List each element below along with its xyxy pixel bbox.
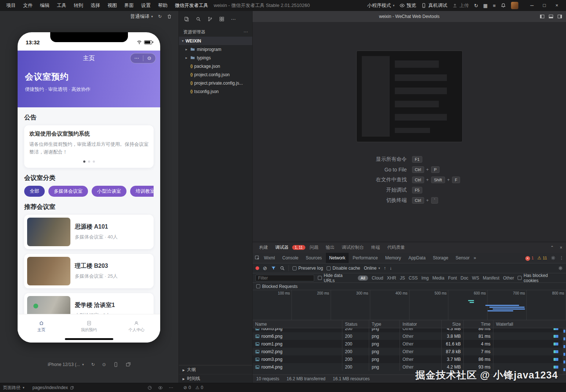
menu-select[interactable]: 选择	[87, 0, 103, 11]
network-request-row[interactable]: room2.png 200 png Other 87.8 kB 7 ms	[253, 348, 566, 355]
network-request-row[interactable]: room6.png 200 png Other 3.8 MB 81 ms	[253, 332, 566, 340]
preserve-log-checkbox[interactable]: Preserve log	[293, 266, 323, 271]
tab-sources[interactable]: Sources	[302, 253, 325, 263]
search-icon[interactable]	[280, 266, 285, 271]
more-icon[interactable]: ⋯	[131, 53, 143, 63]
menu-file[interactable]: 文件	[20, 0, 36, 11]
tab-code-quality[interactable]: 代码质量	[385, 242, 408, 253]
network-request-row[interactable]: room1.png 200 png Other 61.6 kB 4 ms	[253, 340, 566, 348]
column-waterfall[interactable]: Waterfall	[493, 320, 566, 328]
tree-item-project-private-config[interactable]: {} project.private.config.js...	[179, 79, 252, 87]
mode-select[interactable]: 小程序模式 ▾	[367, 2, 395, 9]
tree-item-tsconfig[interactable]: {} tsconfig.json	[179, 87, 252, 96]
filter-ws[interactable]: WS	[472, 275, 479, 281]
upload-button[interactable]: 上传	[452, 2, 469, 9]
export-har-icon[interactable]: ↓	[390, 266, 392, 271]
user-avatar[interactable]	[511, 2, 518, 9]
tab-terminal[interactable]: 终端	[368, 242, 383, 253]
sync-icon[interactable]: ↻	[474, 3, 478, 8]
tree-item-package-json[interactable]: {} package.json	[179, 62, 252, 70]
table-scrollbar[interactable]	[563, 328, 566, 374]
section-outline[interactable]: ▸ 大纲	[179, 365, 252, 374]
page-path-select[interactable]: 页面路径 ▾	[3, 385, 25, 391]
panel-right-icon[interactable]	[557, 14, 562, 19]
maximize-icon[interactable]: □	[538, 0, 551, 11]
tab-debug-console[interactable]: 调试控制台	[339, 242, 367, 253]
category-pill-training[interactable]: 培训教室	[130, 186, 154, 197]
has-blocked-cookies-checkbox[interactable]: Has blocked cookies	[518, 273, 563, 283]
category-pill-small[interactable]: 小型洽谈室	[92, 186, 126, 197]
minimize-icon[interactable]: ─	[526, 0, 538, 11]
section-timeline[interactable]: ▸ 时间线	[179, 374, 252, 383]
panel-left-icon[interactable]	[540, 14, 545, 19]
tab-storage[interactable]: Storage	[430, 253, 452, 263]
filter-media[interactable]: Media	[433, 275, 445, 281]
performance-gauge-icon[interactable]	[147, 385, 152, 390]
tab-profile[interactable]: 个人中心	[113, 314, 160, 343]
clear-icon[interactable]: ⊘	[263, 265, 267, 271]
problems-indicator[interactable]: ⊘ 0 ⚠ 0	[183, 385, 203, 390]
close-panel-icon[interactable]: ×	[560, 245, 562, 250]
category-pill-multimedia[interactable]: 多媒体会议室	[48, 186, 88, 197]
bell-icon[interactable]	[501, 3, 506, 8]
category-pill-all[interactable]: 全部	[24, 186, 45, 197]
tab-performance[interactable]: Performance	[349, 253, 381, 263]
close-icon[interactable]: ×	[551, 0, 563, 11]
git-branch-icon[interactable]	[207, 16, 213, 22]
compile-mode-select[interactable]: 普通编译 ▾	[130, 13, 153, 20]
inspect-icon[interactable]	[255, 255, 260, 260]
network-settings-gear-icon[interactable]	[558, 266, 563, 271]
filter-img[interactable]: Img	[422, 275, 429, 281]
filter-font[interactable]: Font	[448, 275, 457, 281]
column-initiator[interactable]: Initiator	[400, 320, 442, 328]
extensions-icon[interactable]	[219, 16, 224, 22]
tab-sensor[interactable]: Sensor	[452, 253, 473, 263]
hide-data-urls-checkbox[interactable]: Hide data URLs	[318, 273, 354, 283]
menu-project[interactable]: 项目	[3, 0, 19, 11]
more-tabs-icon[interactable]: »	[474, 255, 476, 260]
tab-wxml[interactable]: Wxml	[261, 253, 278, 263]
refresh-icon[interactable]: ↻	[158, 14, 162, 19]
network-request-row[interactable]: room3.png 200 png Other 3.7 MB 86 ms	[253, 355, 566, 363]
gear-icon[interactable]	[551, 255, 556, 260]
scale-icon[interactable]: ⊙	[102, 362, 106, 367]
device-select[interactable]: iPhone 12/13 (... ▾	[48, 362, 84, 367]
tab-console[interactable]: Console	[279, 253, 302, 263]
tree-root-weixin[interactable]: ▾ WEIXIN	[179, 37, 252, 45]
room-card[interactable]: 理工楼 B203 多媒体会议室 · 25人	[24, 254, 154, 288]
tab-network[interactable]: Network	[326, 253, 349, 263]
record-icon[interactable]	[256, 266, 259, 270]
disable-cache-checkbox[interactable]: Disable cache	[327, 266, 360, 271]
filter-all[interactable]: All	[358, 275, 368, 281]
column-status[interactable]: Status	[342, 320, 369, 328]
filter-css[interactable]: CSS	[409, 275, 418, 281]
menu-settings[interactable]: 设置	[138, 0, 154, 11]
filter-other[interactable]: Other	[503, 275, 514, 281]
tab-output[interactable]: 输出	[323, 242, 338, 253]
notice-card[interactable]: 欢迎使用会议室预约系统 请各位师生提前预约，审批通过后方可使用。保持会议室整洁，…	[24, 125, 154, 168]
panel-bottom-icon[interactable]	[548, 14, 554, 19]
menu-edit[interactable]: 编辑	[37, 0, 53, 11]
filter-manifest[interactable]: Manifest	[483, 275, 499, 281]
trash-icon[interactable]	[167, 14, 172, 19]
filter-cloud[interactable]: Cloud	[372, 275, 383, 281]
filter-funnel-icon[interactable]	[271, 266, 276, 271]
menu-app[interactable]: 微信开发者工具	[172, 0, 212, 11]
menu-goto[interactable]: 转到	[70, 0, 87, 11]
split-layout-icon[interactable]: ▦	[483, 3, 488, 8]
device-frame-icon[interactable]	[113, 362, 118, 367]
more-icon[interactable]: ⋯	[169, 385, 173, 390]
files-icon[interactable]	[184, 16, 189, 22]
filter-xhr[interactable]: XHR	[387, 275, 396, 281]
menu-interface[interactable]: 界面	[121, 0, 137, 11]
blocked-requests-checkbox[interactable]: Blocked Requests	[256, 284, 298, 289]
page-path-value[interactable]: pages/index/index	[33, 385, 74, 390]
tree-item-typings[interactable]: ▸ typings	[179, 53, 252, 62]
close-capsule-icon[interactable]: ⊙	[143, 53, 156, 63]
network-timeline-overview[interactable]: 100 ms 200 ms 300 ms 400 ms 500 ms 600 m…	[253, 290, 566, 320]
search-icon[interactable]	[196, 16, 201, 22]
column-type[interactable]: Type	[369, 320, 400, 328]
tab-problems[interactable]: 问题	[307, 242, 321, 253]
column-size[interactable]: Size	[442, 320, 464, 328]
more-icon[interactable]: ⋯	[231, 16, 236, 22]
